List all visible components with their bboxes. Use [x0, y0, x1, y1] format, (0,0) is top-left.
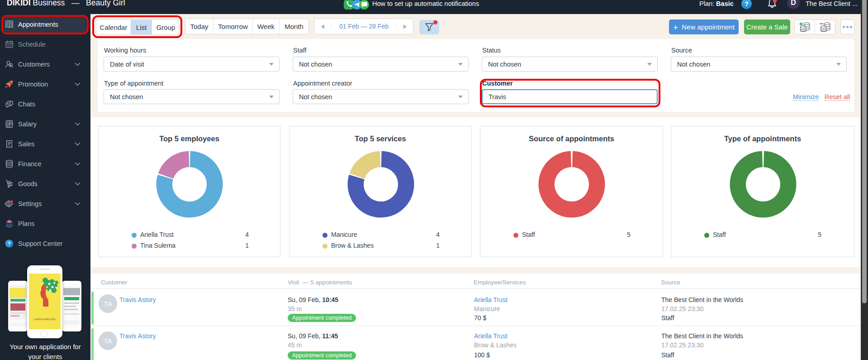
svg-text:САЛОН КРАСОТЫ: САЛОН КРАСОТЫ — [34, 318, 56, 321]
svg-text:?: ? — [745, 0, 749, 8]
svg-text:?: ? — [8, 241, 11, 246]
